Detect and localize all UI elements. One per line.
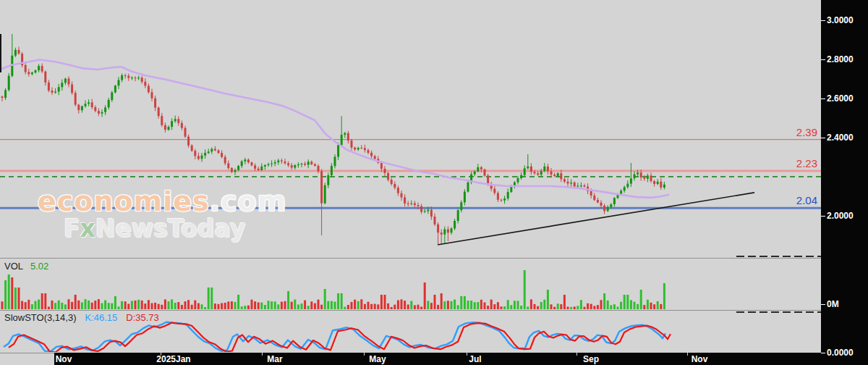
sto-d-value: D:35.73 [126,312,159,323]
time-label-Sep: Sep [583,354,599,364]
time-tick [364,353,365,356]
price-tick [821,20,825,21]
trading-chart-window: economies.com FxNewsToday VOL5.02 SlowST… [0,0,868,365]
sto-pane-header: SlowSTO(3,14,3)K:46.15D:35.73 [4,312,159,323]
volume-zero-label: 0M [827,299,839,309]
volume-pane-header: VOL5.02 [4,261,48,272]
time-tick [576,353,577,356]
time-label-Jul: Jul [469,354,481,364]
volume-zero-tick [821,304,825,305]
price-tick-label: 3.0000 [827,15,854,25]
level-label-2.23: 2.23 [752,157,817,169]
price-axis[interactable]: 2.2000 2.1334 خطي 5.0226M 0M 46.1538 35.… [821,0,868,365]
price-tick [821,59,825,60]
time-label-Nov: Nov [56,354,72,364]
time-tick [467,353,467,356]
time-label-Nov: Nov [692,354,708,364]
time-label-2025Jan: 2025Jan [156,354,190,364]
level-label-2.39: 2.39 [752,126,817,138]
price-tick [821,138,825,138]
pane-handle-dashes-1[interactable] [736,256,821,257]
time-tick [262,353,263,356]
left-edge-mark [0,34,1,72]
sto-k-value: K:46.15 [85,312,117,323]
price-tick [821,98,825,99]
time-label-Mar: Mar [267,354,282,364]
volume-title: VOL [4,261,23,272]
pane-handle-dashes-2[interactable] [736,311,821,313]
price-tick-label: 2.0000 [827,211,854,221]
time-axis[interactable]: Nov2025JanMarMayJulSepNov [54,353,821,365]
pane-divider-volume-sto[interactable] [0,310,821,311]
price-tick [821,216,825,217]
sto-zero-label: 0.0000 [827,348,854,358]
pane-divider-main-volume[interactable] [0,258,821,259]
time-label-May: May [369,354,386,364]
price-tick-label: 2.8000 [827,54,854,64]
price-tick-label: 2.6000 [827,93,854,104]
volume-value: 5.02 [30,261,48,272]
time-tick [687,353,688,356]
level-label-2.04: 2.04 [752,194,817,206]
sto-zero-tick [821,353,825,353]
sto-title: SlowSTO(3,14,3) [4,312,76,323]
price-tick-label: 2.4000 [827,133,854,143]
